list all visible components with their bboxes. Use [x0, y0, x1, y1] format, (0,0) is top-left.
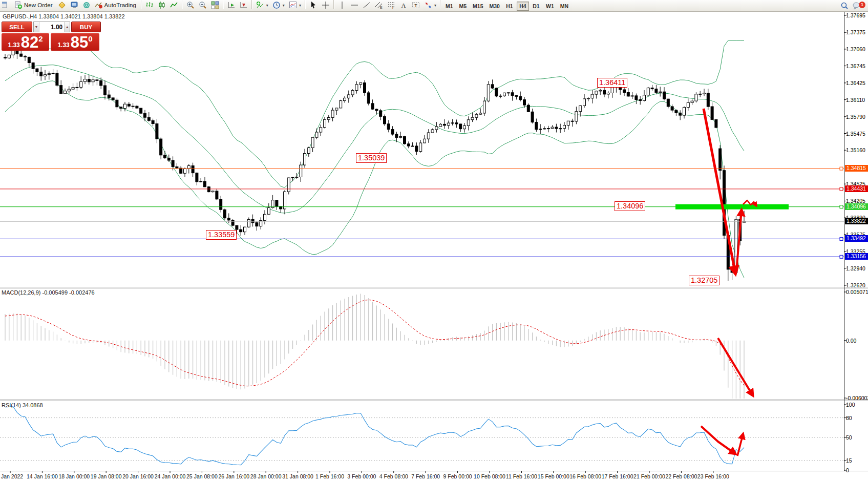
indicators-button[interactable]: ▾ [254, 0, 270, 10]
text-label-icon: T [412, 1, 420, 9]
timeframe-m1-button[interactable]: M1 [443, 2, 456, 11]
volume-input[interactable] [39, 22, 65, 32]
price-annotation[interactable]: 1.34096 [615, 201, 645, 211]
volume-stepper: ▼ ▲ [33, 22, 70, 32]
price-annotation[interactable]: 1.35039 [356, 153, 387, 163]
timeframe-w1-button[interactable]: W1 [543, 2, 557, 11]
chevron-down-icon: ▾ [299, 3, 301, 8]
chart-surface[interactable] [0, 0, 868, 481]
crosshair-icon [322, 1, 330, 9]
window-fragment-icon [2, 1, 10, 9]
timeframe-mn-button[interactable]: MN [558, 2, 571, 11]
toolbar-separator [440, 0, 441, 9]
bar-chart-button[interactable] [143, 0, 156, 10]
autotrading-label: AutoTrading [104, 2, 137, 8]
zoom-out-button[interactable] [197, 0, 209, 10]
price-annotation[interactable]: 1.36411 [597, 78, 627, 88]
chart-frame [0, 11, 868, 473]
news-radar-button[interactable] [80, 0, 93, 10]
volume-decrease-button[interactable]: ▼ [34, 22, 39, 32]
search-button[interactable] [838, 1, 851, 11]
price-annotation[interactable]: 1.33559 [206, 230, 237, 240]
support-zone-highlight[interactable] [675, 204, 789, 210]
cursor-button[interactable] [307, 0, 320, 10]
candlestick-chart-button[interactable] [156, 0, 168, 10]
autotrading-icon [95, 1, 103, 9]
buy-price-small: 1.33 [57, 41, 69, 49]
text-icon: A [399, 1, 408, 9]
autotrading-button[interactable]: AutoTrading [93, 0, 139, 10]
text-label-button[interactable]: T [410, 0, 422, 10]
toolbar-separator [223, 0, 224, 9]
price-tag-icon [58, 1, 66, 9]
sell-price-big: 82 [21, 35, 38, 50]
chart-title: GBPUSD-,H4 1.33804 1.34021 1.33804 1.338… [3, 13, 125, 19]
zoom-in-icon [186, 1, 195, 9]
auto-scroll-button[interactable] [238, 0, 250, 10]
tile-windows-icon [211, 1, 219, 9]
chart-shift-button[interactable] [225, 0, 238, 10]
template-button[interactable]: ▾ [287, 0, 303, 10]
toolbar-separator [141, 0, 142, 9]
new-order-label: New Order [24, 2, 54, 8]
buy-button[interactable]: BUY [71, 22, 101, 32]
rsi-label: RSI(14) 34.0868 [2, 402, 43, 408]
sell-price-display[interactable]: 1.33822 [2, 33, 49, 51]
timeframe-m5-button[interactable]: M5 [457, 2, 470, 11]
volume-increase-button[interactable]: ▲ [64, 22, 70, 32]
timeframe-m15-button[interactable]: M15 [470, 2, 485, 11]
timeframe-h1-button[interactable]: H1 [503, 2, 516, 11]
trendline-button[interactable] [361, 0, 373, 10]
bar-chart-icon [145, 1, 154, 9]
periods-button[interactable]: ▾ [270, 0, 287, 10]
timeframe-h4-button[interactable]: H4 [517, 2, 529, 11]
equidistant-channel-button[interactable]: E [373, 0, 385, 10]
vertical-line-button[interactable] [336, 0, 348, 10]
timeframe-d1-button[interactable]: D1 [530, 2, 542, 11]
horizontal-line-button[interactable] [348, 0, 361, 10]
buy-price-display[interactable]: 1.33850 [51, 33, 99, 51]
toolbar-separator [333, 0, 334, 9]
community-chat-button[interactable]: 1 [851, 1, 866, 11]
sell-button[interactable]: SELL [2, 22, 32, 32]
chevron-down-icon: ▾ [283, 3, 285, 8]
price-annotation[interactable]: 1.32705 [689, 276, 719, 285]
caret-down-icon: ▼ [34, 25, 38, 29]
line-chart-button[interactable] [168, 0, 180, 10]
terminal-button[interactable] [68, 0, 80, 10]
svg-text:F: F [392, 6, 394, 10]
toolbar-separator [251, 0, 252, 9]
timeframe-m30-button[interactable]: M30 [487, 2, 502, 11]
rsi-line [5, 407, 744, 465]
zoom-in-button[interactable] [184, 0, 197, 10]
search-icon [840, 2, 849, 10]
toolbar-separator [305, 0, 306, 9]
fibonacci-button[interactable]: F [385, 0, 397, 10]
text-button[interactable]: A [397, 0, 410, 10]
vertical-line-icon [338, 1, 346, 9]
buy-price-big: 85 [71, 35, 88, 50]
sell-price-small: 1.33 [8, 41, 19, 49]
svg-text:A: A [401, 2, 406, 9]
template-icon [289, 1, 297, 9]
new-order-icon [14, 1, 23, 9]
trendline-icon [363, 1, 371, 9]
main-toolbar: New OrderAutoTrading▾▾▾EFAT▾ M1M5M15M30H… [0, 0, 868, 12]
arrows-icon [424, 1, 432, 9]
tile-windows-button[interactable] [209, 0, 221, 10]
sell-price-sup: 2 [38, 34, 43, 43]
cursor-icon [309, 1, 317, 9]
timeframe-bar: M1M5M15M30H1H4D1W1MN [442, 1, 571, 11]
macd-label: MACD(12,26,9) -0.005499 -0.002476 [2, 289, 95, 296]
window-fragment-button[interactable] [0, 0, 12, 10]
price-tag-button[interactable] [56, 0, 68, 10]
periods-icon [272, 1, 281, 9]
crosshair-button[interactable] [320, 0, 332, 10]
equidistant-channel-icon: E [375, 1, 383, 9]
chevron-down-icon: ▾ [434, 3, 436, 8]
chevron-down-icon: ▾ [266, 3, 268, 8]
indicators-icon [256, 1, 264, 9]
new-order-button[interactable]: New Order [12, 0, 56, 10]
caret-up-icon: ▲ [66, 25, 69, 29]
arrows-button[interactable]: ▾ [422, 0, 438, 10]
